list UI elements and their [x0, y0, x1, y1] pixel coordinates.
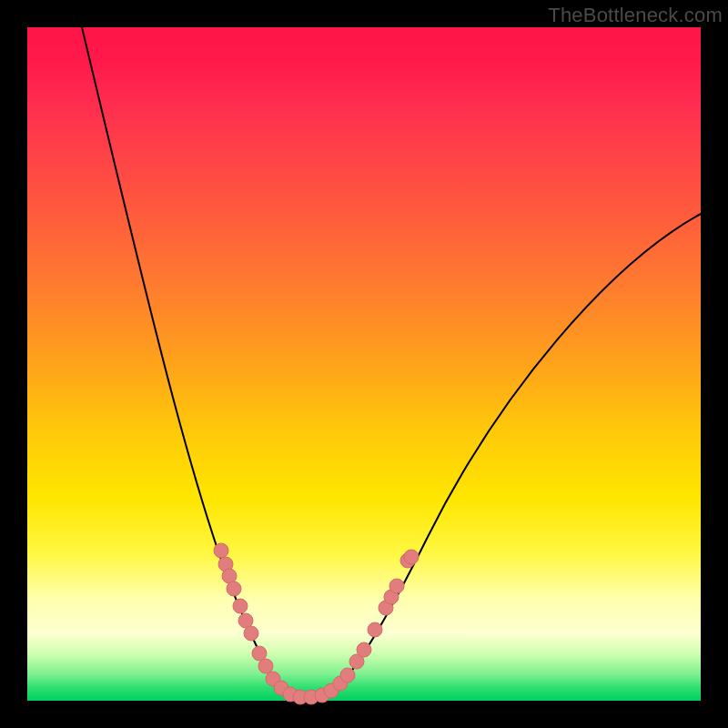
- curve-layer: [27, 27, 701, 701]
- plot-area: [27, 27, 701, 701]
- data-bead: [357, 642, 371, 657]
- chart-frame: TheBottleneck.com: [0, 0, 728, 728]
- watermark-text: TheBottleneck.com: [548, 4, 723, 27]
- data-bead: [244, 626, 258, 641]
- data-bead: [404, 550, 419, 564]
- data-bead: [227, 581, 241, 596]
- data-bead: [258, 659, 273, 673]
- data-beads-group: [214, 543, 419, 704]
- data-bead: [214, 543, 228, 558]
- data-bead: [233, 599, 248, 613]
- data-bead: [368, 622, 382, 637]
- data-bead: [389, 579, 404, 593]
- data-bead: [252, 646, 267, 661]
- data-bead: [340, 668, 355, 682]
